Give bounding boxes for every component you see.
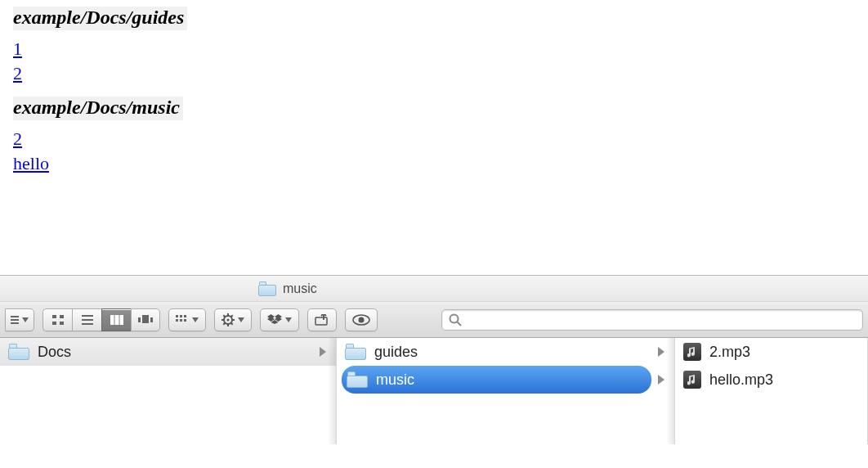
chevron-down-icon <box>22 317 29 322</box>
view-list-button[interactable] <box>72 308 101 331</box>
folder-label: Docs <box>38 344 328 361</box>
svg-rect-14 <box>142 315 149 323</box>
svg-rect-13 <box>138 317 141 322</box>
eye-icon <box>352 314 370 326</box>
svg-rect-10 <box>110 315 114 325</box>
svg-rect-37 <box>315 317 327 325</box>
arrange-button[interactable] <box>168 308 206 331</box>
folder-label: music <box>376 371 643 389</box>
quicklook-button[interactable] <box>345 308 378 331</box>
svg-line-41 <box>458 322 462 326</box>
toolbar <box>0 302 868 338</box>
chevron-right-icon <box>320 347 326 357</box>
chevron-right-icon <box>658 375 664 385</box>
nav-menu-button[interactable] <box>5 308 34 331</box>
section-links-guides: 1 2 <box>13 37 855 85</box>
svg-rect-19 <box>176 319 178 322</box>
folder-row-docs[interactable]: Docs <box>0 338 336 366</box>
file-row[interactable]: hello.mp3 <box>675 366 867 394</box>
folder-row-guides[interactable]: guides <box>337 338 674 366</box>
svg-line-31 <box>231 315 233 317</box>
svg-point-23 <box>227 319 230 322</box>
svg-rect-17 <box>180 315 182 317</box>
search-field[interactable] <box>467 313 856 327</box>
svg-rect-5 <box>52 322 56 325</box>
menu-icon <box>11 315 19 325</box>
file-label: hello.mp3 <box>709 371 859 389</box>
section-heading-guides: example/Docs/guides <box>13 7 187 30</box>
folder-icon <box>345 344 366 360</box>
chevron-down-icon <box>238 317 244 322</box>
window-title: music <box>283 281 317 296</box>
svg-rect-2 <box>11 322 19 324</box>
action-button[interactable] <box>214 308 252 331</box>
section-heading-music: example/Docs/music <box>13 97 183 120</box>
audio-file-icon <box>683 343 701 361</box>
svg-rect-15 <box>150 317 153 322</box>
doc-link[interactable]: 1 <box>13 37 855 61</box>
file-row[interactable]: 2.mp3 <box>675 338 867 366</box>
folder-icon <box>258 281 276 296</box>
svg-rect-4 <box>60 315 64 318</box>
svg-rect-6 <box>60 322 64 325</box>
file-label: 2.mp3 <box>709 344 859 361</box>
grid-icon <box>52 315 64 325</box>
svg-rect-16 <box>176 315 178 317</box>
svg-line-30 <box>223 323 225 325</box>
search-icon <box>449 313 462 326</box>
finder-window: music <box>0 275 868 444</box>
dropbox-icon <box>267 314 282 326</box>
svg-rect-9 <box>82 323 93 325</box>
svg-rect-8 <box>82 319 93 321</box>
svg-rect-18 <box>184 315 186 317</box>
folder-row-music[interactable]: music <box>342 366 651 394</box>
share-icon <box>315 314 329 326</box>
column-1: Docs <box>0 338 337 444</box>
nav-group <box>5 308 34 331</box>
chevron-down-icon <box>192 317 199 322</box>
svg-rect-12 <box>120 315 123 325</box>
svg-line-29 <box>231 323 233 325</box>
doc-link[interactable]: hello <box>13 151 855 176</box>
view-mode-group <box>43 308 160 331</box>
document-area: example/Docs/guides 1 2 example/Docs/mus… <box>0 0 868 176</box>
svg-rect-7 <box>82 315 93 317</box>
column-2: guides music <box>337 338 675 444</box>
column-3: 2.mp3 hello.mp3 <box>675 338 868 444</box>
svg-rect-20 <box>180 319 182 322</box>
chevron-down-icon <box>285 317 292 322</box>
columns-icon <box>110 315 123 325</box>
view-coverflow-button[interactable] <box>131 308 160 331</box>
fade-divider <box>0 247 868 277</box>
coverflow-icon <box>138 315 153 325</box>
svg-rect-0 <box>11 316 19 317</box>
column-browser: Docs guides music <box>0 338 868 444</box>
svg-rect-1 <box>11 319 19 321</box>
search-input[interactable] <box>441 309 863 331</box>
folder-icon <box>347 371 368 388</box>
doc-link[interactable]: 2 <box>13 127 855 151</box>
folder-label: guides <box>374 344 666 361</box>
section-links-music: 2 hello <box>13 127 855 175</box>
list-icon <box>82 315 93 325</box>
svg-rect-11 <box>115 315 119 325</box>
view-icons-button[interactable] <box>43 308 72 331</box>
view-columns-button[interactable] <box>101 308 131 331</box>
share-button[interactable] <box>307 308 337 331</box>
audio-file-icon <box>683 371 701 389</box>
svg-rect-3 <box>52 315 56 318</box>
svg-line-28 <box>223 315 225 317</box>
arrange-icon <box>176 315 189 325</box>
gear-icon <box>221 313 235 326</box>
doc-link[interactable]: 2 <box>13 61 855 86</box>
svg-rect-21 <box>184 319 186 322</box>
dropbox-button[interactable] <box>260 308 299 331</box>
chevron-right-icon <box>658 347 664 357</box>
svg-point-40 <box>450 315 459 323</box>
folder-icon <box>8 344 29 360</box>
titlebar: music <box>0 276 868 302</box>
svg-point-39 <box>359 317 365 323</box>
